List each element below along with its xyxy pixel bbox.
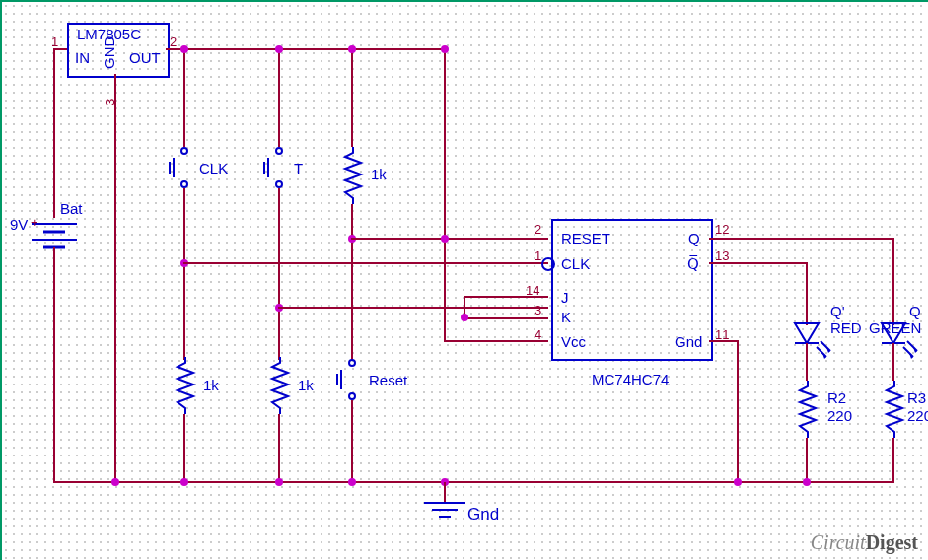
ic-n4: 4 — [535, 327, 541, 342]
regulator-in: IN — [75, 49, 90, 66]
ic-qb: Q̅ — [687, 255, 699, 273]
ic-reset: RESET — [561, 230, 610, 246]
battery-label: Bat — [60, 200, 83, 217]
node — [180, 45, 188, 53]
resistor-clk-icon — [176, 357, 195, 414]
svg-point-5 — [181, 181, 187, 187]
r2-name: R2 — [827, 389, 846, 406]
clk-button-icon — [168, 147, 201, 188]
battery-voltage: 9V — [10, 216, 28, 233]
ic-n13: 13 — [715, 248, 729, 263]
ic-gnd: Gnd — [675, 333, 702, 350]
logo: CircuitDigest — [811, 531, 918, 554]
resistor-t-icon — [270, 357, 290, 414]
node — [180, 478, 188, 486]
gnd-label: Gnd — [467, 505, 499, 525]
ic-k: K — [561, 309, 571, 325]
pin-1: 1 — [51, 35, 58, 49]
led-red-qprime: Q' — [830, 303, 845, 319]
t-button-label: T — [294, 160, 303, 176]
schematic-canvas: LM7805C IN OUT GND 1 2 3 Bat 9V + CLK T … — [0, 0, 928, 560]
resistor-clk-label: 1k — [203, 377, 219, 393]
svg-marker-16 — [795, 323, 819, 343]
clk-button-label: CLK — [199, 160, 228, 176]
node — [441, 45, 449, 53]
ic-n14: 14 — [526, 283, 539, 298]
ic-q: Q — [688, 230, 700, 246]
svg-point-12 — [349, 360, 355, 366]
resistor-r2-icon — [798, 381, 818, 438]
ic-clk: CLK — [561, 255, 590, 272]
reset-button-icon — [335, 359, 369, 400]
ic-vcc: Vcc — [561, 333, 586, 350]
logo-a: Circuit — [811, 531, 866, 553]
svg-point-13 — [349, 393, 355, 399]
node — [275, 45, 283, 53]
resistor-t-label: 1k — [298, 377, 314, 393]
svg-point-8 — [276, 148, 282, 154]
ground-icon — [424, 501, 465, 523]
svg-point-4 — [181, 148, 187, 154]
svg-point-9 — [276, 181, 282, 187]
pin-2: 2 — [170, 35, 177, 49]
led-green-label: GREEN — [869, 319, 921, 336]
ic-n1: 1 — [535, 248, 541, 263]
led-red-label: RED — [830, 319, 862, 336]
resistor-r3-icon — [885, 381, 904, 438]
resistor-top-label: 1k — [371, 166, 387, 182]
t-button-icon — [262, 147, 296, 188]
ic-n3: 3 — [535, 303, 541, 317]
node — [461, 314, 468, 321]
node — [348, 478, 356, 486]
regulator-out: OUT — [129, 49, 161, 66]
r3-name: R3 — [907, 389, 926, 406]
node — [734, 478, 742, 486]
resistor-top-icon — [343, 147, 363, 204]
led-green-q: Q — [909, 303, 921, 319]
ic-part: MC74HC74 — [592, 371, 669, 387]
r3-val: 220 — [907, 407, 928, 424]
node — [111, 478, 119, 486]
node — [275, 478, 283, 486]
ic-j: J — [561, 289, 569, 306]
r2-val: 220 — [827, 407, 852, 424]
node — [348, 45, 356, 53]
regulator-gnd: GND — [101, 36, 117, 69]
ic-n2: 2 — [535, 222, 541, 237]
node — [803, 478, 811, 486]
ic-n12: 12 — [715, 222, 729, 237]
logo-b: Digest — [866, 531, 918, 553]
reset-button-label: Reset — [369, 372, 407, 388]
node — [441, 235, 449, 243]
